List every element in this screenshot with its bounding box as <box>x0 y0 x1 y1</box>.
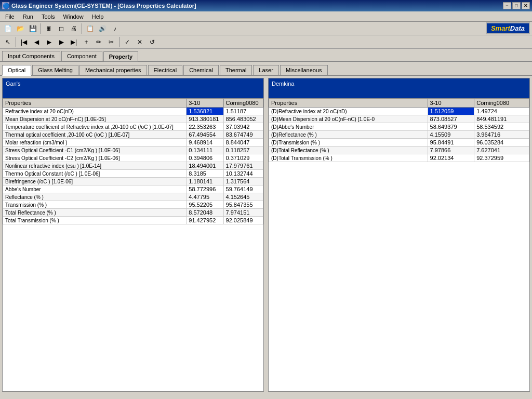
demkina-scroll[interactable]: Properties 3-10 Corning0080 (D)Refractiv… <box>269 98 529 391</box>
tab-thermal[interactable]: Thermal <box>220 65 252 75</box>
gans-row-col2: 0.371029 <box>223 154 263 162</box>
table-row: (D)Reflectance (% )4.155093.964716 <box>269 131 529 139</box>
demkina-row-col2: 58.534592 <box>474 123 529 131</box>
gans-col-310: 3-10 <box>187 99 223 108</box>
tab-input-components[interactable]: Input Components <box>2 51 60 61</box>
top-tab-bar: Input Components Component Property <box>0 49 532 62</box>
tab-miscellaneous[interactable]: Miscellaneous <box>280 65 328 75</box>
table-row: (D)Mean Dispersion at 20 oC(nF-nC) [1.0E… <box>269 115 529 123</box>
table-row: Thermal optical coefficient ,20-100 oC (… <box>3 131 263 139</box>
tab-chemical[interactable]: Chemical <box>183 65 219 75</box>
demkina-title: Demkina <box>269 78 529 89</box>
gans-table: Properties 3-10 Corning0080 Refractive i… <box>3 98 263 224</box>
gans-row-col1: 1.536821 <box>187 108 223 115</box>
tab-mechanical[interactable]: Mechanical properties <box>79 65 147 75</box>
open-button[interactable]: 📂 <box>15 23 26 34</box>
tab-component[interactable]: Component <box>61 51 102 61</box>
print-button[interactable]: 🖨 <box>68 23 79 34</box>
gans-col-prop: Properties <box>3 99 187 108</box>
demkina-row-col1: 95.84491 <box>428 139 474 147</box>
demkina-col-corning: Corning0080 <box>474 99 529 108</box>
icon-btn-6[interactable]: 🔊 <box>97 23 108 34</box>
nav-edit[interactable]: ✏ <box>93 36 104 48</box>
save-button[interactable]: 💾 <box>27 23 38 34</box>
tab-glass-melting[interactable]: Glass Melting <box>32 65 78 75</box>
gans-row-prop: Reflectance (% ) <box>3 193 187 201</box>
menu-run[interactable]: Run <box>19 12 37 21</box>
gans-col-corning: Corning0080 <box>223 99 263 108</box>
gans-row-col2: 59.764149 <box>223 185 263 193</box>
demkina-row-col1: 1.512059 <box>428 108 474 115</box>
sep4 <box>119 37 119 47</box>
gans-row-col1: 0.394806 <box>187 154 223 162</box>
gans-scroll[interactable]: Properties 3-10 Corning0080 Refractive i… <box>3 98 263 391</box>
x-button[interactable]: ✕ <box>134 36 145 48</box>
tab-laser[interactable]: Laser <box>253 65 279 75</box>
close-button[interactable]: ✕ <box>522 2 530 9</box>
demkina-row-col1: 58.649379 <box>428 123 474 131</box>
nav-next[interactable]: ▶ <box>56 36 67 48</box>
table-row: Nonlinear refractive index (esu ) [1.0E-… <box>3 162 263 170</box>
table-row: (D)Total Reflectance (% )7.978667.627041 <box>269 147 529 154</box>
gans-row-col2: 1.317564 <box>223 178 263 185</box>
menu-tools[interactable]: Tools <box>37 12 59 21</box>
refresh-button[interactable]: ↺ <box>147 36 158 48</box>
menu-help[interactable]: Help <box>88 12 108 21</box>
new-button[interactable]: 📄 <box>2 23 14 34</box>
gans-row-col1: 58.772996 <box>187 185 223 193</box>
gans-row-prop: Nonlinear refractive index (esu ) [1.0E-… <box>3 162 187 170</box>
gans-row-prop: Temperature coefficient of Refractive in… <box>3 123 187 131</box>
table-row: (D)Refractive index at 20 oC(nD)1.512059… <box>269 108 529 115</box>
table-row: Total Reflectance (% )8.5720487.974151 <box>3 209 263 217</box>
demkina-table: Properties 3-10 Corning0080 (D)Refractiv… <box>269 98 529 162</box>
maximize-button[interactable]: □ <box>512 2 521 9</box>
table-row: Refractive index at 20 oC(nD)1.5368211.5… <box>3 108 263 115</box>
gans-row-prop: Stress Optical Coefficient -C1 (cm2/Kg )… <box>3 147 187 154</box>
demkina-row-col2: 3.964716 <box>474 131 529 139</box>
tab-electrical[interactable]: Electrical <box>148 65 183 75</box>
icon-btn-7[interactable]: ♪ <box>109 23 121 34</box>
gans-row-col2: 17.979761 <box>223 162 263 170</box>
nav-del[interactable]: ✂ <box>105 36 117 48</box>
gans-row-col1: 22.353263 <box>187 123 223 131</box>
sep3 <box>16 37 16 47</box>
gans-row-col2: 95.847355 <box>223 201 263 209</box>
demkina-row-col2: 7.627041 <box>474 147 529 154</box>
demkina-row-prop: (D)Reflectance (% ) <box>269 131 428 139</box>
gans-row-col1: 95.52205 <box>187 201 223 209</box>
gans-row-col1: 9.468914 <box>187 139 223 147</box>
nav-add[interactable]: + <box>81 36 92 48</box>
nav-start[interactable]: |◀ <box>18 36 30 48</box>
calc-button[interactable]: 🖩 <box>43 23 55 34</box>
demkina-col-310: 3-10 <box>428 99 474 108</box>
sep1 <box>41 23 41 34</box>
tab-property[interactable]: Property <box>103 51 138 61</box>
app-icon: 🔵 <box>2 2 9 9</box>
nav-next-small[interactable]: ▶ <box>43 36 55 48</box>
nav-prev[interactable]: ◀ <box>31 36 42 48</box>
table-row: (D)Total Transmission (% )92.0213492.372… <box>269 154 529 162</box>
demkina-row-col1: 7.97866 <box>428 147 474 154</box>
table-row: Transmission (% )95.5220595.847355 <box>3 201 263 209</box>
table-row: (D)Abbe's Number58.64937958.534592 <box>269 123 529 131</box>
gans-row-col1: 91.427952 <box>187 217 223 224</box>
tab-optical[interactable]: Optical <box>2 65 31 76</box>
gans-row-prop: Molar refraction (cm3/mol ) <box>3 139 187 147</box>
demkina-row-prop: (D)Refractive index at 20 oC(nD) <box>269 108 428 115</box>
eraser-button[interactable]: ◻ <box>56 23 67 34</box>
table-row: Reflectance (% )4.477954.152645 <box>3 193 263 201</box>
gans-panel: Gan's Properties 3-10 Corning0080 Refrac… <box>2 78 264 392</box>
pointer-button[interactable]: ↖ <box>2 36 14 48</box>
gans-row-prop: Refractive index at 20 oC(nD) <box>3 108 187 115</box>
nav-end[interactable]: ▶| <box>68 36 79 48</box>
menu-file[interactable]: File <box>1 12 19 21</box>
demkina-row-col2: 92.372959 <box>474 154 529 162</box>
gans-row-prop: Abbe's Number <box>3 185 187 193</box>
check-button[interactable]: ✓ <box>122 36 133 48</box>
title-bar: 🔵 Glass Engineer System(GE-SYSTEM) - [Gl… <box>0 0 532 11</box>
menu-window[interactable]: Window <box>59 12 88 21</box>
minimize-button[interactable]: − <box>503 2 511 9</box>
gans-row-col1: 8.3185 <box>187 170 223 178</box>
gans-row-col1: 67.494554 <box>187 131 223 139</box>
icon-btn-5[interactable]: 📋 <box>84 23 96 34</box>
